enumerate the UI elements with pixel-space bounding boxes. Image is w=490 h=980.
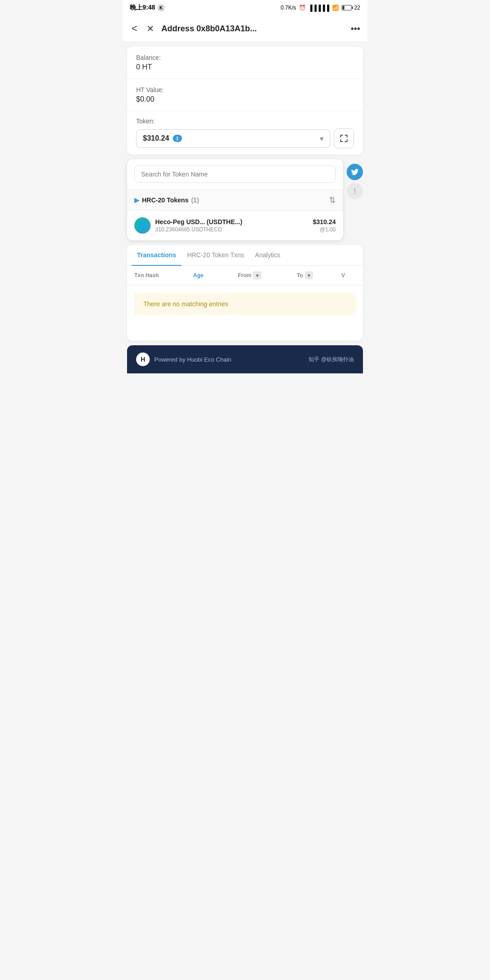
table-header: Txn Hash Age From ▼ To ▼ V (127, 266, 363, 285)
footer-left: H Powered by Huobi Eco Chain (136, 353, 231, 366)
twitter-button[interactable] (347, 164, 363, 180)
side-buttons: ⋮ (343, 159, 363, 199)
signal-icon: ▐▐▐▐▐ (309, 5, 329, 11)
top-nav: < ✕ Address 0x8b0A13A1b... ••• (122, 15, 368, 42)
th-to: To ▼ (297, 271, 339, 279)
th-v: V (342, 272, 356, 279)
balance-row: Balance: 0 HT (127, 47, 363, 79)
no-entries-text: There are no matching entries (143, 300, 228, 308)
speed-indicator: 0.7K/s (281, 5, 296, 11)
ht-value-value: $0.00 (136, 95, 354, 103)
close-button[interactable]: ✕ (145, 21, 156, 36)
search-input[interactable] (134, 166, 336, 183)
status-left: 晚上9:48 K (130, 4, 165, 12)
no-entries-banner: There are no matching entries (134, 293, 356, 315)
page-title: Address 0x8b0A13A1b... (162, 24, 345, 34)
th-age[interactable]: Age (193, 272, 236, 279)
token-item-right: $310.24 @1.00 (313, 218, 336, 233)
balance-label: Balance: (136, 54, 354, 61)
more-options-side-button[interactable]: ⋮ (347, 183, 363, 199)
search-box (127, 159, 343, 190)
token-list-item[interactable]: 🌐 Heco-Peg USD... (USDTHE...) 310.236046… (127, 211, 343, 240)
wifi-icon: 📶 (332, 5, 339, 11)
chevron-down-icon: ▾ (320, 134, 323, 143)
token-item-left: 🌐 Heco-Peg USD... (USDTHE...) 310.236046… (134, 217, 242, 234)
balance-value: 0 HT (136, 63, 354, 71)
token-dropdown[interactable]: $310.24 1 ▾ (136, 129, 330, 148)
expand-icon (339, 134, 348, 143)
tab-hrc20-token-txns[interactable]: HRC-20 Token Txns (181, 245, 250, 266)
twitter-icon (351, 168, 359, 176)
footer-powered-by: Powered by Huobi Eco Chain (154, 356, 231, 363)
token-usd-value: $310.24 (313, 218, 336, 225)
token-dropdown-panel: ▶ HRC-20 Tokens (1) ⇅ 🌐 Heco-Peg USD... … (127, 159, 343, 240)
group-arrow-icon: ▶ (134, 196, 139, 204)
tab-analytics[interactable]: Analytics (250, 245, 286, 266)
th-from: From ▼ (238, 271, 295, 279)
battery-icon (342, 5, 352, 10)
token-details: Heco-Peg USD... (USDTHE...) 310.23604665… (155, 218, 242, 233)
token-name: Heco-Peg USD... (USDTHE...) (155, 218, 242, 225)
tab-transactions[interactable]: Transactions (132, 245, 181, 266)
token-row: Token: $310.24 1 ▾ (127, 111, 363, 155)
token-group-header: ▶ HRC-20 Tokens (1) ⇅ (127, 190, 343, 211)
table-spacer (127, 323, 363, 341)
expand-button[interactable] (334, 128, 354, 148)
token-selected-value: $310.24 (143, 134, 169, 142)
status-right: 0.7K/s ⏰ ▐▐▐▐▐ 📶 22 (281, 5, 360, 11)
footer-attribution: 知乎 @砍挨嗨扑油 (309, 356, 354, 363)
sort-icon[interactable]: ⇅ (329, 195, 336, 205)
token-selector-row: $310.24 1 ▾ (136, 128, 354, 148)
ht-value-row: HT Value: $0.00 (127, 79, 363, 111)
more-options-button[interactable]: ••• (351, 24, 360, 34)
token-amount: 310.23604665 USDTHECO (155, 226, 242, 233)
transactions-card: Transactions HRC-20 Token Txns Analytics… (127, 245, 363, 341)
k-icon: K (157, 4, 165, 12)
alarm-icon: ⏰ (299, 5, 306, 11)
tabs-row: Transactions HRC-20 Token Txns Analytics (127, 245, 363, 266)
group-name: HRC-20 Tokens (142, 196, 188, 204)
footer: H Powered by Huobi Eco Chain 知乎 @砍挨嗨扑油 (127, 345, 363, 373)
huobi-logo: H (136, 353, 150, 366)
battery-level: 22 (354, 5, 360, 11)
back-button[interactable]: < (130, 21, 139, 36)
token-price: @1.00 (313, 226, 336, 233)
dropdown-area: ▶ HRC-20 Tokens (1) ⇅ 🌐 Heco-Peg USD... … (127, 159, 363, 240)
to-filter-icon[interactable]: ▼ (305, 271, 313, 279)
th-txn-hash: Txn Hash (134, 272, 191, 279)
token-logo: 🌐 (134, 217, 151, 234)
token-group-count: (1) (191, 196, 199, 204)
token-group-label: ▶ HRC-20 Tokens (1) (134, 196, 199, 204)
vertical-dots-icon: ⋮ (352, 187, 358, 195)
main-info-card: Balance: 0 HT HT Value: $0.00 Token: $31… (127, 47, 363, 155)
ht-value-label: HT Value: (136, 86, 354, 93)
token-icon-symbol: 🌐 (138, 221, 147, 230)
token-count-badge: 1 (173, 135, 182, 142)
status-time: 晚上9:48 (130, 4, 155, 12)
status-bar: 晚上9:48 K 0.7K/s ⏰ ▐▐▐▐▐ 📶 22 (122, 0, 368, 15)
token-label: Token: (136, 118, 354, 125)
token-dropdown-left: $310.24 1 (143, 134, 182, 142)
from-filter-icon[interactable]: ▼ (253, 271, 261, 279)
